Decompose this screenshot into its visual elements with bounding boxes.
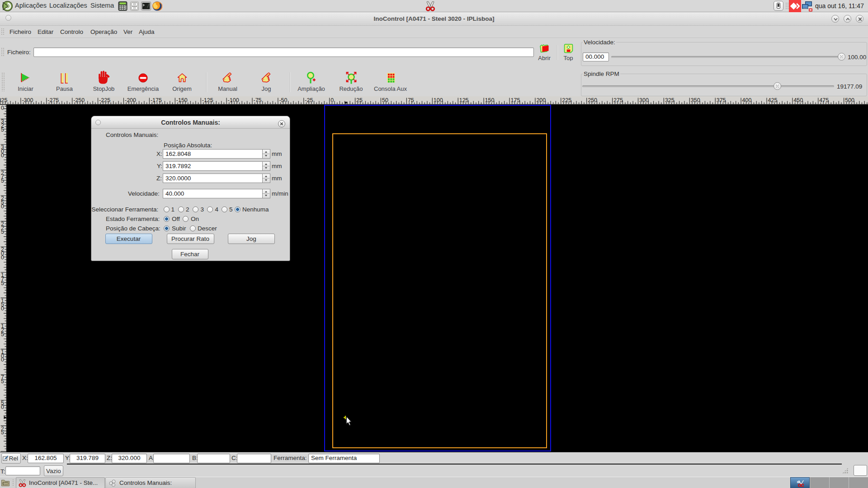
svg-text:250: 250 — [588, 97, 597, 103]
svg-text:225: 225 — [562, 97, 571, 103]
svg-text:-250: -250 — [73, 97, 85, 103]
svg-text:-225: -225 — [99, 97, 110, 103]
svg-text:0: 0 — [330, 97, 334, 103]
svg-text:{o}: {o} — [4, 482, 8, 485]
svg-text:500: 500 — [845, 97, 854, 103]
svg-text:-75: -75 — [254, 97, 262, 103]
svg-text:450: 450 — [793, 97, 803, 103]
svg-text:100: 100 — [434, 97, 443, 103]
svg-text:425: 425 — [768, 97, 778, 103]
svg-text:5: 5 — [1, 378, 4, 385]
svg-text:375: 375 — [717, 97, 726, 103]
svg-text:475: 475 — [819, 97, 829, 103]
svg-text:5: 5 — [1, 127, 4, 133]
svg-text:-325: -325 — [0, 97, 8, 103]
svg-text:175: 175 — [511, 97, 520, 103]
svg-text:25: 25 — [356, 97, 363, 103]
svg-text:75: 75 — [408, 97, 414, 103]
svg-text:0: 0 — [1, 105, 4, 111]
svg-text:50: 50 — [382, 97, 388, 103]
svg-text:5: 5 — [1, 429, 4, 436]
svg-text:0: 0 — [1, 404, 4, 410]
svg-text:-175: -175 — [151, 97, 162, 103]
svg-text:0: 0 — [1, 305, 4, 312]
svg-text:-275: -275 — [47, 97, 59, 103]
svg-text:325: 325 — [665, 97, 675, 103]
svg-text:-50: -50 — [279, 97, 287, 103]
svg-text:150: 150 — [485, 97, 495, 103]
svg-text:-100: -100 — [228, 97, 239, 103]
svg-text:-300: -300 — [22, 97, 33, 103]
svg-text:-150: -150 — [176, 97, 188, 103]
svg-text:400: 400 — [742, 97, 752, 103]
svg-text:5: 5 — [1, 229, 4, 235]
svg-text:275: 275 — [613, 97, 623, 103]
svg-text:-200: -200 — [125, 97, 136, 103]
svg-text:0: 0 — [1, 357, 4, 363]
svg-text:300: 300 — [639, 97, 649, 103]
svg-text:0: 0 — [1, 152, 4, 159]
svg-text:5: 5 — [1, 331, 4, 338]
svg-text:5: 5 — [1, 280, 4, 286]
svg-text:200: 200 — [536, 97, 546, 103]
svg-text:-25: -25 — [305, 97, 313, 103]
svg-text:-125: -125 — [202, 97, 213, 103]
svg-text:350: 350 — [691, 97, 700, 103]
svg-text:125: 125 — [459, 97, 469, 103]
svg-text:0: 0 — [1, 254, 4, 261]
svg-text:0: 0 — [1, 203, 4, 210]
svg-text:5: 5 — [1, 178, 4, 184]
